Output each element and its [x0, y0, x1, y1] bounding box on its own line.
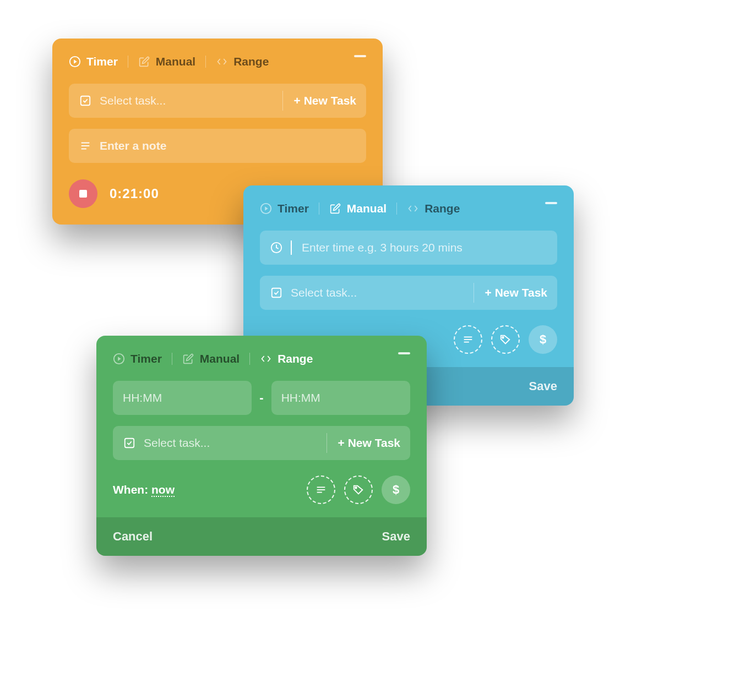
svg-point-11	[502, 337, 504, 338]
range-icon	[260, 353, 272, 365]
save-button[interactable]: Save	[529, 379, 557, 393]
stop-icon	[79, 190, 87, 198]
range-dash: -	[259, 391, 263, 405]
tab-range[interactable]: Range	[216, 55, 269, 68]
note-lines-icon	[462, 333, 474, 346]
tab-manual[interactable]: Manual	[329, 202, 387, 215]
select-task-placeholder: Select task...	[144, 436, 315, 450]
card-footer: Cancel Save	[96, 517, 427, 556]
tab-timer-label: Timer	[278, 202, 309, 215]
dollar-icon: $	[540, 332, 546, 347]
select-task-placeholder: Select task...	[291, 286, 463, 299]
field-divider	[327, 433, 327, 453]
edit-icon	[182, 353, 194, 365]
svg-rect-13	[125, 439, 134, 448]
select-task-field[interactable]: Select task... + New Task	[69, 84, 366, 118]
clock-icon	[270, 241, 283, 254]
tag-icon	[352, 484, 364, 496]
tab-manual-label: Manual	[347, 202, 387, 215]
play-circle-icon	[113, 353, 125, 365]
cancel-button[interactable]: Cancel	[113, 529, 153, 544]
tab-timer-label: Timer	[130, 352, 162, 365]
svg-rect-1	[81, 96, 90, 106]
tab-range-label: Range	[233, 55, 269, 68]
note-field[interactable]: Enter a note	[69, 129, 366, 163]
end-time-field[interactable]: HH:MM	[271, 381, 410, 415]
field-divider	[474, 283, 474, 303]
tab-timer[interactable]: Timer	[69, 55, 118, 68]
start-time-placeholder: HH:MM	[123, 391, 242, 404]
timer-value: 0:21:00	[110, 186, 159, 201]
time-input-field[interactable]: Enter time e.g. 3 hours 20 mins	[260, 231, 557, 265]
range-icon	[216, 56, 228, 68]
tab-manual[interactable]: Manual	[138, 55, 195, 68]
time-range-row: HH:MM - HH:MM	[113, 381, 410, 415]
play-circle-icon	[69, 56, 81, 68]
edit-icon	[329, 203, 341, 215]
tab-timer[interactable]: Timer	[113, 352, 162, 365]
tab-manual-label: Manual	[156, 55, 195, 68]
note-lines-icon	[79, 139, 92, 152]
field-divider	[282, 91, 283, 111]
tab-bar: Timer Manual Range	[113, 352, 410, 365]
tab-divider	[249, 353, 250, 365]
range-icon	[407, 203, 419, 215]
check-icon	[79, 94, 92, 107]
tab-divider	[172, 353, 172, 365]
tab-range[interactable]: Range	[407, 202, 460, 215]
stop-button[interactable]	[69, 179, 97, 208]
note-lines-icon	[315, 484, 327, 496]
when-selector[interactable]: When: now	[113, 483, 175, 496]
start-time-field[interactable]: HH:MM	[113, 381, 252, 415]
select-task-field[interactable]: Select task... + New Task	[113, 426, 410, 460]
end-time-placeholder: HH:MM	[281, 391, 400, 404]
billable-button[interactable]: $	[382, 475, 410, 504]
tab-timer[interactable]: Timer	[260, 202, 309, 215]
text-cursor	[291, 240, 292, 255]
tab-manual-label: Manual	[200, 352, 240, 365]
billable-button[interactable]: $	[529, 325, 557, 354]
tab-bar: Timer Manual Range	[69, 55, 366, 68]
tag-icon	[499, 333, 512, 346]
select-task-placeholder: Select task...	[100, 94, 271, 107]
note-button[interactable]	[307, 475, 335, 504]
tab-divider	[396, 203, 397, 215]
minimize-button[interactable]	[545, 202, 557, 204]
new-task-button[interactable]: + New Task	[338, 436, 400, 450]
tag-button[interactable]	[344, 475, 373, 504]
tab-bar: Timer Manual Range	[260, 202, 557, 215]
when-value[interactable]: now	[151, 483, 175, 496]
save-button[interactable]: Save	[382, 529, 410, 544]
tab-timer-label: Timer	[86, 55, 118, 68]
when-label: When:	[113, 483, 148, 496]
time-input-placeholder: Enter time e.g. 3 hours 20 mins	[302, 241, 547, 254]
select-task-field[interactable]: Select task... + New Task	[260, 276, 557, 310]
svg-rect-7	[272, 288, 281, 298]
tab-range-label: Range	[425, 202, 460, 215]
tab-manual[interactable]: Manual	[182, 352, 240, 365]
note-placeholder: Enter a note	[100, 139, 356, 152]
note-button[interactable]	[454, 325, 482, 354]
edit-icon	[138, 56, 150, 68]
play-circle-icon	[260, 203, 272, 215]
tag-button[interactable]	[491, 325, 520, 354]
tab-divider	[205, 56, 206, 68]
tab-divider	[319, 203, 319, 215]
check-icon	[123, 436, 136, 450]
tab-range-label: Range	[278, 352, 313, 365]
svg-point-17	[355, 487, 357, 489]
minimize-button[interactable]	[354, 55, 366, 57]
bottom-row: When: now $	[113, 471, 410, 517]
minimize-button[interactable]	[398, 352, 410, 354]
check-icon	[270, 286, 283, 299]
range-card: Timer Manual Range HH:MM - HH:MM	[96, 336, 427, 556]
new-task-button[interactable]: + New Task	[294, 94, 356, 107]
tab-range[interactable]: Range	[260, 352, 313, 365]
new-task-button[interactable]: + New Task	[485, 286, 547, 299]
dollar-icon: $	[393, 483, 399, 497]
tab-divider	[128, 56, 128, 68]
